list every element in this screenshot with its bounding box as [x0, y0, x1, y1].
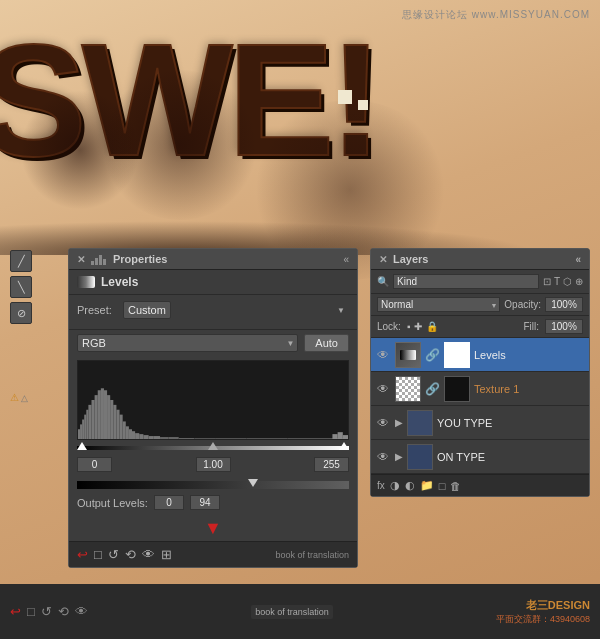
group-arrow-youtype[interactable]: ▶ [395, 417, 403, 428]
side-tools: ╱ ╲ ⊘ ⚠ △ [10, 250, 60, 403]
svg-rect-8 [98, 390, 101, 439]
texture-black-thumb [444, 376, 470, 402]
properties-close-icon[interactable]: ✕ [77, 254, 85, 265]
svg-rect-20 [135, 433, 139, 439]
warning-icon: ⚠ [10, 392, 19, 403]
opacity-field[interactable] [545, 297, 583, 312]
output-low-field[interactable] [154, 495, 184, 510]
svg-rect-28 [194, 438, 215, 439]
bottom-icon-left3[interactable]: ↺ [41, 604, 52, 619]
lock-pixels-icon[interactable]: ▪ [407, 321, 411, 332]
group-arrow-ontype[interactable]: ▶ [395, 451, 403, 462]
ontype-thumb [407, 444, 433, 470]
layer-item-youtype[interactable]: 👁 ▶ YOU TYPE [371, 406, 589, 440]
svg-rect-5 [88, 405, 91, 439]
filter-icon-t[interactable]: T [554, 276, 560, 287]
toolbar-icon-back[interactable]: ⟲ [125, 547, 136, 562]
toolbar-icon-eye[interactable]: 👁 [142, 547, 155, 562]
folder-icon[interactable]: 📁 [420, 479, 434, 492]
layers-collapse-icon[interactable]: « [575, 254, 581, 265]
bottom-icon-left4[interactable]: ⟲ [58, 604, 69, 619]
layer-visibility-levels[interactable]: 👁 [377, 348, 391, 362]
texture-thumb [395, 376, 421, 402]
eyedropper-tool-2[interactable]: ╲ [10, 276, 32, 298]
svg-rect-15 [120, 415, 123, 439]
toolbar-icon-undo[interactable]: ↩ [77, 547, 88, 562]
svg-rect-7 [95, 395, 98, 439]
lock-icons: ▪ ✚ 🔒 [407, 321, 518, 332]
kind-select-wrap[interactable]: Kind [393, 274, 539, 289]
kind-select[interactable]: Kind [393, 274, 539, 289]
input-low-field[interactable] [77, 457, 112, 472]
svg-rect-24 [154, 436, 160, 439]
eyedropper-tool-3[interactable]: ⊘ [10, 302, 32, 324]
delete-layer-icon[interactable]: 🗑 [450, 480, 461, 492]
toolbar-icon-loop[interactable]: ↺ [108, 547, 119, 562]
layers-footer: fx ◑ ◐ 📁 □ 🗑 [371, 474, 589, 496]
layer-visibility-youtype[interactable]: 👁 [377, 416, 391, 430]
adjustment-icon[interactable]: ◐ [405, 479, 415, 492]
layer-visibility-texture[interactable]: 👁 [377, 382, 391, 396]
bottom-icon-left5[interactable]: 👁 [75, 604, 88, 619]
bottom-icons: ↩ □ ↺ ⟲ 👁 [10, 604, 88, 619]
filter-icon-smart[interactable]: ⊕ [575, 276, 583, 287]
fx-label[interactable]: fx [377, 480, 385, 491]
toolbar-icon-grid[interactable]: ⊞ [161, 547, 172, 562]
svg-rect-30 [246, 438, 288, 439]
preset-select-wrapper[interactable]: Custom [123, 301, 349, 319]
layer-item-levels[interactable]: 👁 🔗 Levels [371, 338, 589, 372]
layer-item-texture[interactable]: 👁 🔗 Texture 1 [371, 372, 589, 406]
add-mask-icon[interactable]: ◑ [390, 479, 400, 492]
filter-icon-shape[interactable]: ⬡ [563, 276, 572, 287]
layer-item-ontype[interactable]: 👁 ▶ ON TYPE [371, 440, 589, 474]
histogram-svg [78, 361, 348, 439]
preset-select[interactable]: Custom [123, 301, 171, 319]
input-mid-handle[interactable] [208, 442, 218, 450]
fill-field[interactable] [545, 319, 583, 334]
svg-rect-13 [113, 405, 116, 439]
output-handle[interactable] [248, 479, 258, 487]
blend-select[interactable]: Normal [377, 297, 500, 312]
svg-rect-12 [110, 400, 113, 439]
input-white-handle[interactable] [339, 442, 349, 450]
rgb-section: RGB Auto [69, 330, 357, 356]
input-black-handle[interactable] [77, 442, 87, 450]
input-mid-field[interactable] [196, 457, 231, 472]
lock-all-icon[interactable]: 🔒 [426, 321, 438, 332]
bottom-icon-left1[interactable]: ↩ [10, 604, 21, 619]
histogram-area [69, 356, 357, 477]
book-label: book of translation [251, 605, 333, 619]
svg-rect-16 [123, 421, 126, 439]
output-gradient-bar [77, 481, 349, 489]
svg-rect-26 [168, 437, 178, 439]
properties-header: ✕ Properties « [69, 249, 357, 270]
rgb-select-wrapper[interactable]: RGB [77, 334, 298, 352]
auto-button[interactable]: Auto [304, 334, 349, 352]
eyedropper-tool-1[interactable]: ╱ [10, 250, 32, 272]
properties-collapse-icon[interactable]: « [343, 254, 349, 265]
warning-label: △ [21, 393, 28, 403]
layer-visibility-ontype[interactable]: 👁 [377, 450, 391, 464]
toolbar-icons-left: ↩ □ ↺ ⟲ 👁 ⊞ [77, 547, 172, 562]
toolbar-icon-square[interactable]: □ [94, 547, 102, 562]
svg-rect-25 [160, 437, 168, 439]
output-gradient-container [77, 479, 349, 493]
lock-position-icon[interactable]: ✚ [414, 321, 422, 332]
bar1 [91, 261, 94, 265]
input-high-field[interactable] [314, 457, 349, 472]
new-layer-icon[interactable]: □ [439, 480, 446, 492]
rgb-select[interactable]: RGB [77, 334, 298, 352]
svg-rect-21 [139, 434, 143, 439]
bottom-icon-left2[interactable]: □ [27, 604, 35, 619]
filter-icon-pixel[interactable]: ⊡ [543, 276, 551, 287]
layers-close-icon[interactable]: ✕ [379, 254, 387, 265]
bar4 [103, 259, 106, 265]
blend-select-wrap[interactable]: Normal [377, 297, 500, 312]
down-arrow-indicator: ▼ [69, 516, 357, 541]
output-high-field[interactable] [190, 495, 220, 510]
warning-row: ⚠ △ [10, 392, 60, 403]
book-of-translation: book of translation [275, 550, 349, 560]
svg-rect-0 [78, 429, 80, 439]
texture-layer-name: Texture 1 [474, 383, 583, 395]
levels-layer-name: Levels [474, 349, 583, 361]
